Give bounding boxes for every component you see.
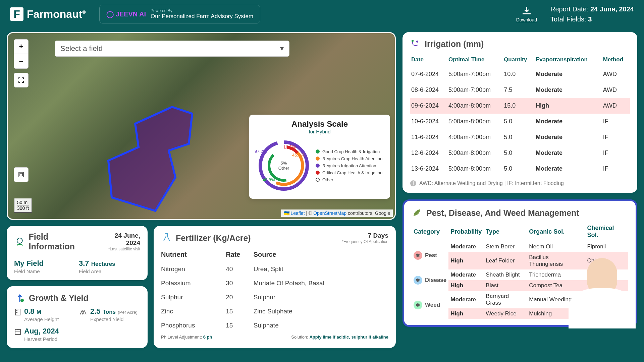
brand-icon: F <box>10 7 23 21</box>
grain-icon <box>79 308 88 316</box>
info-icon: i <box>410 180 417 187</box>
svg-point-12 <box>416 41 418 43</box>
leaf-icon <box>412 207 423 219</box>
irrigation-icon <box>410 38 421 50</box>
table-row: 12-6-20245:00am-8:00pm5.0ModerateIF <box>410 145 630 161</box>
table-row: 13-6-20245:00am-8:00pm5.0ModerateIF <box>410 161 630 177</box>
table-row: Potassium30Muriate Of Potash, Basal <box>161 276 388 290</box>
legend-item: Requires Crop Health Attention <box>316 156 384 161</box>
table-row: Phosphorus15Sulphate <box>161 318 388 333</box>
table-row: Zinc15Zinc Sulphate <box>161 304 388 318</box>
svg-text:i: i <box>413 181 414 186</box>
pest-card: Pest, Disease, And Weed Management Categ… <box>402 199 637 327</box>
field-select[interactable]: Select a field ▾ <box>55 41 289 57</box>
chevron-down-icon: ▾ <box>280 44 284 53</box>
table-row: 07-6-20245:00am-7:00pm10.0ModerateAWD <box>410 66 630 82</box>
report-meta: Report Date: 24 June, 2024 Total Fields:… <box>550 4 634 24</box>
map-card[interactable]: + − Select a field ▾ 50 m 300 ft 🇺🇦 Leaf… <box>7 32 396 220</box>
calendar-icon <box>14 328 21 336</box>
jeevn-icon: ◯ JEEVN AI <box>106 10 146 18</box>
fullscreen-button[interactable] <box>14 73 29 87</box>
field-info-card: Field Information 24 June, 2024*Last sat… <box>7 226 148 280</box>
assistant-avatar <box>565 241 639 328</box>
location-icon <box>14 236 25 247</box>
fertilizer-card: Fertilizer (Kg/Acre) 7 Days*Frequency Of… <box>154 226 396 348</box>
svg-marker-0 <box>108 107 192 211</box>
svg-rect-10 <box>15 329 20 335</box>
layers-button[interactable] <box>14 167 29 182</box>
irrigation-card: Irrigation (mm) DateOptimal TimeQuantity… <box>402 32 637 193</box>
table-row: 08-6-20245:00am-7:00pm7.5ModerateAWD <box>410 82 630 98</box>
svg-point-8 <box>20 299 24 302</box>
svg-point-11 <box>412 40 414 42</box>
download-button[interactable]: Download <box>516 6 537 22</box>
analysis-donut: 5%Other 97.2% 10.5% 45.8% 40.8% <box>255 137 312 194</box>
flask-icon <box>161 232 172 244</box>
layers-icon <box>18 171 24 178</box>
zoom-in-button[interactable]: + <box>14 39 29 54</box>
zoom-out-button[interactable]: − <box>14 54 29 69</box>
legend-item: Critical Crop Health & Irrigation <box>316 170 384 175</box>
svg-rect-1 <box>19 172 23 177</box>
scale-bar: 50 m 300 ft <box>14 198 32 213</box>
growth-icon <box>14 292 25 304</box>
table-row: 11-6-20244:00am-7:00pm5.0ModerateIF <box>410 129 630 145</box>
fullscreen-icon <box>18 77 24 83</box>
analysis-title: Analysis Scale <box>255 119 384 129</box>
download-icon <box>521 6 533 16</box>
table-row: 09-6-20244:00am-8:00pm15.0HighAWD <box>410 98 630 114</box>
svg-point-7 <box>17 238 22 243</box>
map-attribution: 🇺🇦 Leaflet | © OpenStreetMap contributor… <box>281 209 393 217</box>
irrigation-footer: i AWD: Alternate Wetting and Drying | IF… <box>410 180 630 187</box>
analysis-panel: Analysis Scale for Hybrid 5%Other 97.2% <box>249 115 390 199</box>
table-row: Nitrogen40Urea, Split <box>161 262 388 277</box>
table-row: 10-6-20245:00am-8:00pm5.0ModerateIF <box>410 114 630 129</box>
legend-item: Good Crop Health & Irrigation <box>316 149 384 154</box>
leaflet-link[interactable]: Leaflet <box>291 210 305 216</box>
table-row: Sulphur20Sulphur <box>161 290 388 304</box>
legend-item: Other <box>316 177 384 182</box>
brand-logo: F Farmonaut® <box>10 7 86 21</box>
svg-rect-2 <box>20 173 22 176</box>
growth-card: Growth & Yield 0.8 MAverage Height 2.5 T… <box>7 286 148 348</box>
legend-item: Requires Irrigation Attention <box>316 163 384 168</box>
osm-link[interactable]: OpenStreetMap <box>313 210 346 216</box>
jeevn-badge: ◯ JEEVN AI Powered By Our Personalized F… <box>99 5 261 23</box>
field-polygon[interactable] <box>105 104 253 220</box>
ruler-icon <box>14 308 21 316</box>
